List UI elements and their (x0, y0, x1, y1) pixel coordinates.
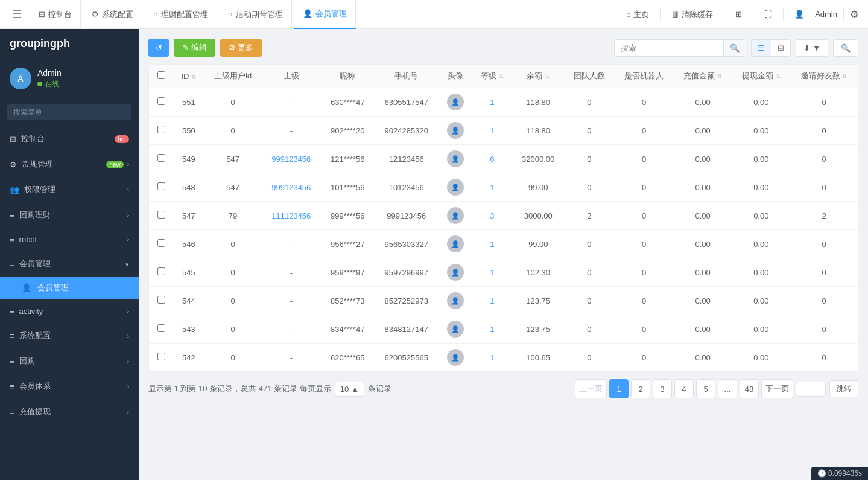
level-value[interactable]: 1 (490, 98, 494, 107)
sidebar-item-member-system[interactable]: ≡ 会员体系 › (0, 374, 139, 399)
select-all-checkbox[interactable] (157, 71, 165, 79)
more-button[interactable]: ⚙ 更多 (220, 39, 262, 57)
search-input[interactable] (615, 40, 723, 56)
list-view-button[interactable]: ☰ (752, 40, 771, 56)
cell-parent: - (262, 315, 321, 344)
bottom-bar: 🕐 0.099436s (811, 467, 868, 480)
sort-icon-invite[interactable]: ⇅ (842, 73, 847, 80)
dashboard-icon: ⊞ (10, 135, 16, 144)
avatar-img: 👤 (447, 207, 464, 224)
grid-view-button[interactable]: ⊞ (771, 40, 790, 56)
row-checkbox[interactable] (157, 211, 165, 219)
export-button[interactable]: ⬇ ▼ (796, 39, 828, 57)
sort-icon-level[interactable]: ⇅ (499, 73, 504, 80)
level-value[interactable]: 1 (490, 126, 494, 135)
tab-member-mgmt[interactable]: 👤 会员管理 (294, 0, 356, 29)
tab-dashboard[interactable]: ⊞ 控制台 (30, 0, 81, 29)
sidebar-item-group[interactable]: ≡ 团购 › (0, 348, 139, 374)
level-value[interactable]: 1 (490, 353, 494, 362)
divider-2 (724, 8, 724, 21)
per-page-select[interactable]: 10 ▲ (335, 382, 364, 397)
grid-view-action[interactable]: ⊞ (730, 10, 747, 19)
sidebar-item-group-finance[interactable]: ≡ 团购理财 › (0, 202, 139, 228)
tab-finance-config[interactable]: ○ 理财配置管理 (145, 0, 217, 29)
cell-balance: 100.65 (512, 344, 564, 372)
cell-invite: 0 (790, 117, 858, 145)
row-checkbox[interactable] (157, 353, 165, 360)
page-5-button[interactable]: 5 (696, 379, 715, 398)
edit-button[interactable]: ✎ 编辑 (174, 39, 215, 57)
page-jump-input[interactable] (796, 382, 826, 397)
parent-link[interactable]: 999123456 (271, 155, 311, 164)
sidebar-search-input[interactable] (7, 104, 131, 120)
page-2-button[interactable]: 2 (631, 379, 650, 398)
parent-link[interactable]: 111123456 (271, 211, 311, 220)
divider-4 (783, 8, 784, 21)
finance-config-tab-label: 理财配置管理 (161, 9, 208, 20)
sidebar-item-auth-mgmt[interactable]: 👥 权限管理 › (0, 177, 139, 202)
top-settings-icon[interactable]: ⚙ (850, 8, 858, 20)
sort-icon-withdraw[interactable]: ⇅ (776, 73, 781, 80)
chevron-right-icon-auth: › (127, 187, 129, 193)
avatar-img: 👤 (447, 292, 464, 309)
sort-icon-id[interactable]: ⇅ (191, 74, 196, 80)
level-value[interactable]: 1 (490, 325, 494, 334)
level-value[interactable]: 1 (490, 296, 494, 306)
search-button[interactable]: 🔍 (723, 40, 746, 56)
level-value[interactable]: 3 (490, 211, 494, 220)
home-action[interactable]: ⌂ 主页 (621, 9, 654, 20)
row-checkbox[interactable] (157, 296, 165, 304)
refresh-button[interactable]: ↺ (148, 39, 169, 57)
sidebar-item-label-mbsys: 会员体系 (19, 381, 51, 392)
page-3-button[interactable]: 3 (653, 379, 672, 398)
next-page-button[interactable]: 下一页 (761, 379, 793, 398)
cell-id: 546 (173, 230, 204, 258)
fullscreen-action[interactable]: ⛶ (759, 10, 777, 19)
sidebar-item-recharge-withdraw[interactable]: ≡ 充值提现 › (0, 399, 139, 424)
row-checkbox[interactable] (157, 239, 165, 247)
prev-page-button[interactable]: 上一页 (575, 379, 607, 398)
tab-system-config[interactable]: ⚙ 系统配置 (83, 0, 142, 29)
table-row: 548 547 999123456 101****56 10123456 👤 1… (149, 173, 858, 202)
cell-team-count: 2 (564, 202, 614, 230)
cell-team-count: 0 (564, 258, 614, 287)
cell-nickname: 834****47 (321, 315, 374, 344)
level-value[interactable]: 6 (490, 155, 494, 164)
chevron-right-icon-mbsys: › (127, 383, 129, 390)
page-4-button[interactable]: 4 (674, 379, 694, 398)
level-value[interactable]: 1 (490, 268, 494, 277)
sidebar-item-activity[interactable]: ≡ activity › (0, 299, 139, 323)
sidebar-item-robot[interactable]: ≡ robot › (0, 228, 139, 251)
row-checkbox[interactable] (157, 126, 165, 133)
main-content: ↺ ✎ 编辑 ⚙ 更多 🔍 ☰ ⊞ ⬇ ▼ 🔍 (139, 29, 868, 480)
page-jump-button[interactable]: 跳转 (829, 380, 858, 397)
level-value[interactable]: 1 (490, 240, 494, 249)
sidebar-item-dashboard[interactable]: ⊞ 控制台 hot (0, 126, 139, 152)
sort-icon-recharge[interactable]: ⇅ (717, 73, 722, 80)
sidebar-item-system-config[interactable]: ≡ 系统配置 › (0, 323, 139, 348)
row-checkbox[interactable] (157, 324, 165, 332)
sidebar-item-member-mgmt-parent[interactable]: ≡ 会员管理 ∨ (0, 251, 139, 277)
search-action-button[interactable]: 🔍 (833, 39, 858, 57)
sort-icon-balance[interactable]: ⇅ (545, 73, 550, 80)
menu-toggle-icon[interactable]: ☰ (6, 8, 28, 21)
search-action-icon: 🔍 (841, 43, 851, 53)
status-label: 在线 (45, 79, 59, 89)
row-checkbox[interactable] (157, 97, 165, 105)
last-page-button[interactable]: 48 (740, 379, 759, 398)
cell-recharge: 0.00 (674, 117, 732, 145)
sidebar-item-general-mgmt[interactable]: ⚙ 常规管理 new › (0, 152, 139, 177)
tab-activity-period[interactable]: ○ 活动期号管理 (220, 0, 292, 29)
parent-link[interactable]: 999123456 (271, 183, 311, 192)
level-value[interactable]: 1 (490, 183, 494, 192)
row-checkbox[interactable] (157, 267, 165, 275)
row-checkbox[interactable] (157, 182, 165, 190)
sidebar-item-label-member-parent: 会员管理 (19, 258, 51, 269)
sidebar-item-member-mgmt[interactable]: 👤 会员管理 (0, 277, 139, 299)
member-mgmt-icon: ≡ (10, 260, 14, 269)
cell-level: 3 (472, 202, 513, 230)
page-1-button[interactable]: 1 (609, 379, 629, 398)
clear-cache-action[interactable]: 🗑 清除缓存 (667, 9, 718, 20)
row-checkbox[interactable] (157, 154, 165, 162)
user-avatar-action[interactable]: 👤 (790, 10, 809, 19)
